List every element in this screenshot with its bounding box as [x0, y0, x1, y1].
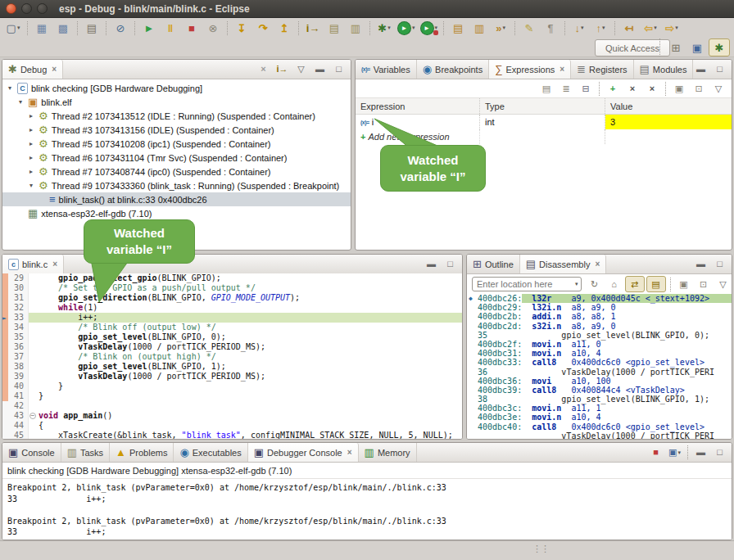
- debug-tree-item[interactable]: ▸⚙Thread #7 1073408744 (ipc0) (Suspended…: [2, 165, 351, 178]
- tab-registers[interactable]: ≣Registers: [571, 60, 633, 79]
- tab-memory[interactable]: ▥Memory: [359, 443, 417, 462]
- refresh-button[interactable]: ↻: [586, 277, 604, 291]
- show-type-names-button[interactable]: ▤: [537, 81, 555, 96]
- view-menu-button[interactable]: ▽: [714, 277, 732, 291]
- minimize-button[interactable]: ▬: [692, 445, 709, 459]
- editor-code-line[interactable]: 31 gpio_set_direction(BLINK_GPIO, GPIO_M…: [2, 293, 462, 303]
- disassembly-line[interactable]: 400dbc31: movi.n a10, 4: [467, 349, 732, 358]
- last-edit-location-button[interactable]: ↤: [619, 20, 639, 36]
- prev-annotation-button[interactable]: ↑▾: [591, 20, 610, 36]
- pin-view-button[interactable]: ⊡: [695, 277, 713, 291]
- open-project-button[interactable]: ▥: [469, 20, 489, 36]
- disassembly-line[interactable]: 400dbc36: movi a10, 100: [467, 377, 732, 386]
- maximize-button[interactable]: □: [711, 257, 728, 271]
- debug-tree-item[interactable]: ▾▣blink.elf: [2, 95, 351, 109]
- collapse-all-button[interactable]: ⊟: [577, 81, 595, 96]
- debug-button[interactable]: ✱▾: [374, 20, 394, 36]
- save-all-button[interactable]: ▩: [53, 20, 73, 36]
- step-into-button[interactable]: ↧: [232, 20, 251, 36]
- launch-config-button[interactable]: »▾: [491, 20, 510, 36]
- editor-code-line[interactable]: 36 vTaskDelay(1000 / portTICK_PERIOD_MS)…: [2, 342, 462, 352]
- tab-expressions[interactable]: ∑Expressions×: [489, 60, 571, 79]
- minimize-button[interactable]: ▬: [423, 257, 440, 271]
- new-wizard-button[interactable]: ▢▾: [3, 20, 23, 36]
- editor-code-line[interactable]: 44{: [2, 421, 462, 431]
- tab-tasks[interactable]: ▥Tasks: [61, 443, 110, 462]
- skip-breakpoints-button[interactable]: ⊘: [111, 20, 130, 36]
- step-return-button[interactable]: ↥: [274, 20, 294, 36]
- editor-code-line[interactable]: 38 gpio_set_level(BLINK_GPIO, 1);: [2, 362, 462, 372]
- collapsed-arrow-icon[interactable]: ▸: [27, 126, 35, 133]
- maximize-button[interactable]: □: [711, 445, 728, 459]
- editor-code-line[interactable]: 40 }: [2, 382, 462, 391]
- show-source-toggle[interactable]: ▤: [646, 276, 666, 292]
- editor-code-line[interactable]: 43−void app_main(): [2, 411, 462, 421]
- disassembly-line[interactable]: 400dbc33: call8 0x400dc6c0 <gpio_set_lev…: [467, 358, 732, 367]
- editor-code-line[interactable]: 35 gpio_set_level(BLINK_GPIO, 0);: [2, 332, 462, 342]
- tab-variables[interactable]: (x)=Variables: [356, 60, 417, 79]
- editor-code-line[interactable]: 34 /* Blink off (output low) */: [2, 323, 462, 332]
- location-combo[interactable]: ▾: [472, 277, 582, 291]
- disassembly-line[interactable]: 400dbc3e: movi.n a10, 4: [467, 413, 732, 422]
- maximize-button[interactable]: [37, 3, 48, 14]
- disassembly-line[interactable]: 35 gpio_set_level(BLINK_GPIO, 0);: [467, 331, 732, 340]
- add-expression-row[interactable]: + Add new expression: [356, 129, 732, 144]
- add-expression-button[interactable]: +: [604, 81, 622, 96]
- close-icon[interactable]: ×: [52, 260, 57, 269]
- disassembly-line[interactable]: 400dbc3c: movi.n a11, 1: [467, 404, 732, 413]
- disconnect-button[interactable]: ⊗: [203, 20, 223, 36]
- collapsed-arrow-icon[interactable]: ▸: [27, 112, 35, 120]
- suspend-button[interactable]: ‖: [161, 20, 180, 36]
- horizontal-sash-bottom[interactable]: [2, 440, 732, 442]
- debug-perspective-button[interactable]: ✱: [709, 38, 730, 56]
- tab-modules[interactable]: ▤Modules: [634, 60, 694, 79]
- editor-code-line[interactable]: 32 while(1): [2, 303, 462, 313]
- minimize-button[interactable]: ▬: [692, 257, 709, 271]
- flash-button[interactable]: ▤: [448, 20, 468, 36]
- terminate-button[interactable]: ■: [647, 445, 664, 459]
- remove-terminated-button[interactable]: ×: [255, 62, 272, 76]
- minimize-button[interactable]: [21, 3, 32, 14]
- collapsed-arrow-icon[interactable]: ▸: [27, 168, 35, 175]
- tab-outline[interactable]: ⊞Outline: [467, 255, 520, 273]
- forward-button[interactable]: ⇨▾: [662, 20, 682, 36]
- disassembly-line[interactable]: 400dbc2b: addi.n a8, a8, 1: [467, 312, 732, 321]
- close-icon[interactable]: ×: [595, 260, 600, 269]
- step-filters-button[interactable]: ▤: [324, 20, 344, 36]
- close-icon[interactable]: ×: [560, 65, 564, 74]
- maximize-button[interactable]: □: [711, 62, 728, 76]
- step-over-button[interactable]: ↷: [253, 20, 273, 36]
- editor-code-line[interactable]: 37 /* Blink on (output high) */: [2, 352, 462, 362]
- tab-problems[interactable]: ▲Problems: [110, 443, 174, 462]
- close-icon[interactable]: ×: [52, 65, 57, 74]
- minimize-button[interactable]: ▬: [311, 62, 328, 76]
- collapsed-arrow-icon[interactable]: ▸: [27, 140, 35, 147]
- editor-content[interactable]: 29 gpio_pad_select_gpio(BLINK_GPIO);30 /…: [2, 273, 462, 439]
- expanded-arrow-icon[interactable]: ▾: [6, 84, 14, 92]
- disassembly-line[interactable]: ◆400dbc26: l32r a9, 0x400d045c <_stext+1…: [467, 294, 732, 303]
- instruction-stepping-toggle[interactable]: i→: [274, 62, 291, 76]
- disassembly-content[interactable]: ◆400dbc26: l32r a9, 0x400d045c <_stext+1…: [467, 294, 732, 439]
- tab-debugger-console[interactable]: ▣Debugger Console×: [248, 443, 359, 462]
- disassembly-line[interactable]: 400dbc2f: movi.n a11, 0: [467, 340, 732, 349]
- disassembly-line[interactable]: 36 vTaskDelay(1000 / portTICK_PERI: [467, 368, 732, 377]
- cpp-perspective-button[interactable]: ▣: [687, 39, 707, 56]
- maximize-button[interactable]: □: [330, 62, 347, 76]
- sync-toggle[interactable]: ⇄: [625, 276, 645, 292]
- debug-tree-item[interactable]: ▦xtensa-esp32-elf-gdb (7.10): [2, 206, 351, 220]
- expression-row[interactable]: (x)=iint3: [356, 115, 732, 129]
- mark-occurrences-button[interactable]: ✎: [519, 20, 539, 36]
- home-button[interactable]: ⌂: [605, 277, 623, 291]
- editor-code-line[interactable]: 42: [2, 401, 462, 411]
- disassembly-line[interactable]: 400dbc29: l32i.n a8, a9, 0: [467, 303, 732, 312]
- editor-code-line[interactable]: 30 /* Set the GPIO as a push/pull output…: [2, 283, 462, 293]
- debug-tree-item[interactable]: ▸⚙Thread #5 1073410208 (ipc1) (Suspended…: [2, 137, 351, 151]
- remove-all-expressions-button[interactable]: ×: [643, 81, 661, 96]
- external-tools-button[interactable]: ►▾: [419, 20, 440, 36]
- editor-code-line[interactable]: 45 xTaskCreate(&blink_task, "blink_task"…: [2, 431, 462, 439]
- editor-code-line[interactable]: 33► i++;: [2, 313, 462, 323]
- disassembly-line[interactable]: 400dbc39: call8 0x400844c4 <vTaskDelay>: [467, 386, 732, 395]
- tab-breakpoints[interactable]: ◉Breakpoints: [417, 60, 489, 79]
- next-annotation-button[interactable]: ↓▾: [569, 20, 589, 36]
- disassembly-line[interactable]: 400dbc2d: s32i.n a8, a9, 0: [467, 322, 732, 331]
